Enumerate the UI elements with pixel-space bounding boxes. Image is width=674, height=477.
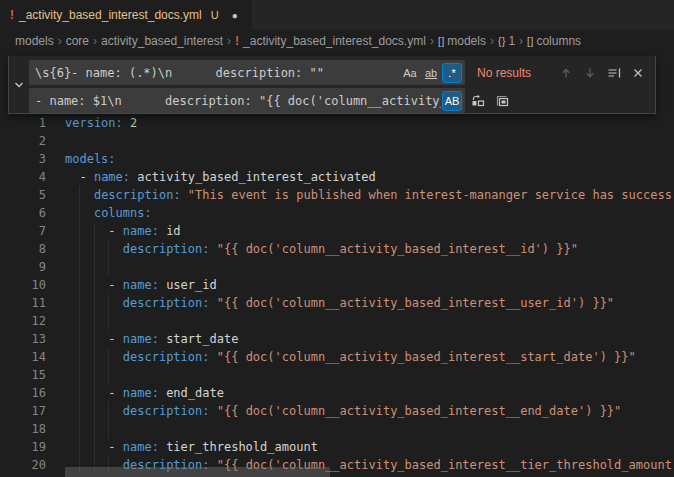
code-line-7[interactable]: - name: id [65, 222, 674, 240]
find-input[interactable]: \s{6}- name: (.*)\n description: "" Aa a… [29, 60, 465, 85]
toggle-replace-button[interactable] [9, 56, 29, 113]
breadcrumb-item-columns[interactable]: [ ]columns [527, 34, 581, 48]
line-number: 10 [0, 276, 46, 294]
indent-guide [79, 276, 80, 294]
indent-guide [94, 420, 95, 438]
breadcrumb-item-models[interactable]: [ ]models [438, 34, 486, 48]
line-number: 14 [0, 348, 46, 366]
indent-guide [94, 348, 95, 366]
code-line-12[interactable] [65, 312, 674, 330]
horizontal-scrollbar[interactable] [0, 467, 674, 477]
breadcrumb-separator: › [490, 34, 494, 48]
code-line-17[interactable]: description: "{{ doc('column__activity_b… [65, 402, 674, 420]
indent-guide [108, 294, 109, 312]
code-line-19[interactable]: - name: tier_threshold_amount [65, 438, 674, 456]
indent-guide [108, 402, 109, 420]
editor-tab[interactable]: ! _activity_based_interest_docs.yml U ● [0, 0, 252, 30]
breadcrumb-label: columns [536, 34, 581, 48]
indent-guide [79, 294, 80, 312]
replace-button[interactable] [467, 90, 489, 112]
line-number: 2 [0, 132, 46, 150]
find-input-value: \s{6}- name: (.*)\n description: "" [35, 66, 399, 80]
replace-icon [470, 93, 486, 109]
line-number: 16 [0, 384, 46, 402]
line-number: 17 [0, 402, 46, 420]
indent-guide [108, 420, 109, 438]
tab-title: _activity_based_interest_docs.yml [19, 8, 202, 22]
code-line-11[interactable]: description: "{{ doc('column__activity_b… [65, 294, 674, 312]
breadcrumb-item-activity_based_interest[interactable]: activity_based_interest [101, 34, 223, 48]
code-line-13[interactable]: - name: start_date [65, 330, 674, 348]
line-number: 5 [0, 186, 46, 204]
code-line-4[interactable]: - name: activity_based_interest_activate… [65, 168, 674, 186]
replace-input-value: - name: $1\n description: "{{ doc('colum… [35, 94, 441, 108]
code-line-1[interactable]: version: 2 [65, 114, 674, 132]
line-number: 9 [0, 258, 46, 276]
arrow-up-icon [558, 65, 574, 81]
find-in-selection-icon [606, 65, 622, 81]
vscode-window: ! _activity_based_interest_docs.yml U ● … [0, 0, 674, 477]
scrollbar-thumb[interactable] [65, 467, 330, 477]
line-number: 19 [0, 438, 46, 456]
next-match-button[interactable] [579, 62, 601, 84]
indent-guide [94, 384, 95, 402]
indent-guide [79, 204, 80, 222]
breadcrumb-label: core [66, 34, 89, 48]
code-line-6[interactable]: columns: [65, 204, 674, 222]
indent-guide [79, 240, 80, 258]
code-line-5[interactable]: description: "This event is published wh… [65, 186, 674, 204]
indent-guide [79, 186, 80, 204]
breadcrumb-item-models[interactable]: models [15, 34, 54, 48]
whole-word-button[interactable]: ab [421, 63, 441, 83]
regex-button[interactable]: .* [442, 63, 462, 83]
match-case-button[interactable]: Aa [400, 63, 420, 83]
code-line-2[interactable] [65, 132, 674, 150]
editor[interactable]: 1234567891011121314151617181920 version:… [0, 52, 674, 477]
line-number: 13 [0, 330, 46, 348]
unsaved-changes-dot[interactable]: ● [232, 10, 238, 21]
code-line-14[interactable]: description: "{{ doc('column__activity_b… [65, 348, 674, 366]
code-line-15[interactable] [65, 366, 674, 384]
line-number: 4 [0, 168, 46, 186]
line-number: 6 [0, 204, 46, 222]
breadcrumb-item-1[interactable]: { }1 [498, 34, 515, 48]
code-line-3[interactable]: models: [65, 150, 674, 168]
indent-guide [79, 330, 80, 348]
line-number: 12 [0, 312, 46, 330]
line-number: 7 [0, 222, 46, 240]
find-in-selection-button[interactable] [603, 62, 625, 84]
chevron-down-icon [11, 77, 27, 93]
line-number: 11 [0, 294, 46, 312]
code-line-8[interactable]: description: "{{ doc('column__activity_b… [65, 240, 674, 258]
preserve-case-button[interactable]: AB [442, 91, 462, 111]
breadcrumb-item-_activity_based_interest_docsyml[interactable]: !_activity_based_interest_docs.yml [235, 34, 426, 48]
code-line-18[interactable] [65, 420, 674, 438]
replace-input[interactable]: - name: $1\n description: "{{ doc('colum… [29, 88, 465, 113]
line-number: 1 [0, 114, 46, 132]
indent-guide [79, 420, 80, 438]
line-number: 3 [0, 150, 46, 168]
code-line-10[interactable]: - name: user_id [65, 276, 674, 294]
close-button[interactable] [627, 62, 649, 84]
breadcrumb-label: activity_based_interest [101, 34, 223, 48]
breadcrumb-item-core[interactable]: core [66, 34, 89, 48]
line-number: 15 [0, 366, 46, 384]
code-area[interactable]: version: 2models: - name: activity_based… [65, 114, 674, 474]
indent-guide [94, 402, 95, 420]
results-count: No results [477, 66, 531, 80]
breadcrumb-separator: › [93, 34, 97, 48]
close-icon [630, 65, 646, 81]
replace-row: - name: $1\n description: "{{ doc('colum… [29, 88, 649, 113]
previous-match-button[interactable] [555, 62, 577, 84]
git-status-badge: U [211, 9, 219, 21]
breadcrumb-separator: › [227, 34, 231, 48]
replace-all-button[interactable] [491, 90, 513, 112]
indent-guide [79, 384, 80, 402]
code-line-9[interactable] [65, 258, 674, 276]
code-line-16[interactable]: - name: end_date [65, 384, 674, 402]
indent-guide [108, 258, 109, 276]
yaml-file-icon: ! [10, 8, 14, 22]
indent-guide [79, 402, 80, 420]
indent-guide [94, 438, 95, 456]
breadcrumb-label: _activity_based_interest_docs.yml [243, 34, 426, 48]
